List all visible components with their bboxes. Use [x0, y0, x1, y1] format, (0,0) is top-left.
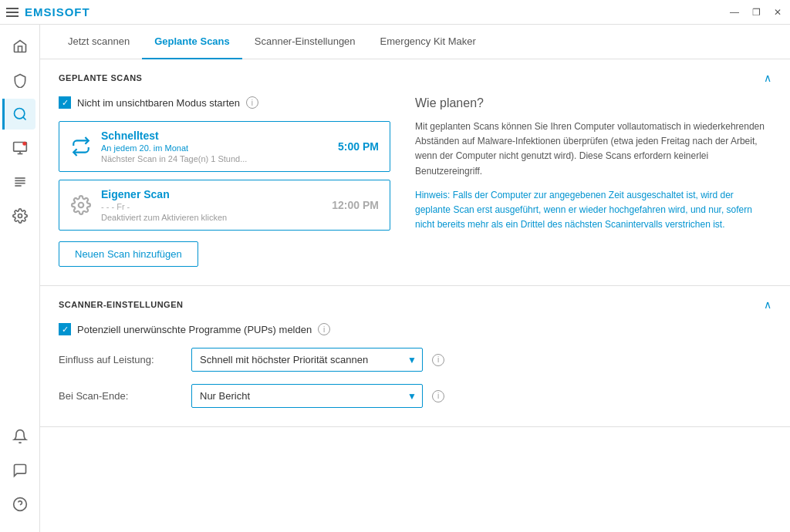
- app-logo: EMSISOFT: [25, 5, 90, 19]
- titlebar-left: EMSISOFT: [6, 5, 90, 19]
- section-scanner-einstellungen: SCANNER-EINSTELLUNGEN ∧ ✓ Potenziell une…: [40, 286, 790, 427]
- sidebar-item-protection[interactable]: [5, 65, 35, 96]
- maximize-button[interactable]: ❐: [750, 7, 762, 18]
- section-geplante-scans-title: GEPLANTE SCANS: [59, 73, 142, 82]
- sidebar-item-logs[interactable]: [5, 167, 35, 197]
- leistung-row: Einfluss auf Leistung: Schnell mit höchs…: [59, 348, 771, 372]
- leistung-select[interactable]: Schnell mit höchster Priorität scannenNo…: [191, 348, 423, 372]
- close-button[interactable]: ✕: [771, 7, 784, 18]
- titlebar-controls: — ❐ ✕: [728, 7, 784, 18]
- svg-line-1: [22, 117, 25, 120]
- pups-checkmark-icon: ✓: [62, 325, 69, 334]
- tab-scanner-einstellungen[interactable]: Scanner-Einstellungen: [242, 25, 368, 59]
- content-scroll[interactable]: GEPLANTE SCANS ∧ ✓ Nicht im unsichtbaren…: [40, 59, 790, 532]
- scan-name-schnelltest: Schnelltest: [101, 130, 329, 142]
- scans-right: Wie planen? Mit geplanten Scans können S…: [415, 96, 771, 267]
- section-geplante-scans-header[interactable]: GEPLANTE SCANS ∧: [40, 59, 790, 96]
- svg-point-13: [79, 203, 84, 208]
- pups-checkbox[interactable]: ✓: [59, 323, 71, 335]
- minimize-button[interactable]: —: [728, 7, 741, 18]
- scan-ende-info-icon[interactable]: i: [432, 390, 444, 402]
- scan-ende-row: Bei Scan-Ende: Nur BerichtNichts tunComp…: [59, 384, 771, 408]
- not-invisible-mode-checkbox[interactable]: ✓: [59, 96, 71, 109]
- scan-ende-select[interactable]: Nur BerichtNichts tunComputer herunterfa…: [191, 384, 423, 408]
- scan-info-schnelltest: Schnelltest An jedem 20. im Monat Nächst…: [101, 130, 329, 163]
- scan-item-schnelltest[interactable]: Schnelltest An jedem 20. im Monat Nächst…: [59, 121, 390, 172]
- svg-point-5: [22, 142, 26, 146]
- pups-info-icon[interactable]: i: [318, 323, 330, 335]
- pups-checkbox-row: ✓ Potenziell unerwünschte Programme (PUP…: [59, 323, 771, 335]
- not-invisible-mode-info-icon[interactable]: i: [246, 96, 258, 109]
- sidebar-item-settings[interactable]: [5, 200, 35, 231]
- scan-time-eigener: 12:00 PM: [332, 199, 379, 211]
- scan-next-schnelltest: Nächster Scan in 24 Tage(n) 1 Stund...: [101, 154, 329, 163]
- how-to-title: Wie planen?: [415, 96, 771, 110]
- not-invisible-mode-label: Nicht im unsichtbaren Modus starten: [77, 97, 240, 109]
- section-scanner-einstellungen-chevron: ∧: [764, 298, 771, 311]
- leistung-info-icon[interactable]: i: [432, 354, 444, 366]
- scan-schedule-eigener: - - - Fr -: [101, 202, 322, 211]
- section-geplante-scans: GEPLANTE SCANS ∧ ✓ Nicht im unsichtbaren…: [40, 59, 790, 286]
- section-scanner-einstellungen-body: ✓ Potenziell unerwünschte Programme (PUP…: [40, 323, 790, 426]
- section-geplante-scans-body: ✓ Nicht im unsichtbaren Modus starten i: [40, 96, 790, 285]
- sidebar-item-scan[interactable]: [2, 99, 35, 130]
- scans-left: ✓ Nicht im unsichtbaren Modus starten i: [59, 96, 390, 267]
- hamburger-menu-icon[interactable]: [6, 8, 19, 17]
- scan-schedule-schnelltest: An jedem 20. im Monat: [101, 143, 329, 153]
- sidebar: [0, 25, 40, 532]
- how-to-note: Hinweis: Falls der Computer zur angegebe…: [415, 188, 771, 233]
- tab-bar: Jetzt scannen Geplante Scans Scanner-Ein…: [40, 25, 790, 59]
- scan-type-icon-schnelltest: [70, 136, 92, 157]
- not-invisible-mode-row: ✓ Nicht im unsichtbaren Modus starten i: [59, 96, 390, 109]
- scan-item-eigener[interactable]: Eigener Scan - - - Fr - Deaktiviert zum …: [59, 180, 390, 231]
- scan-ende-select-wrapper: Nur BerichtNichts tunComputer herunterfa…: [191, 384, 423, 408]
- scans-layout: ✓ Nicht im unsichtbaren Modus starten i: [59, 96, 771, 267]
- sidebar-item-chat[interactable]: [5, 455, 35, 486]
- tab-jetzt-scannen[interactable]: Jetzt scannen: [56, 25, 142, 59]
- svg-point-10: [18, 214, 22, 218]
- scan-time-schnelltest: 5:00 PM: [338, 140, 379, 153]
- scan-ende-label: Bei Scan-Ende:: [59, 390, 182, 402]
- pups-label: Potenziell unerwünschte Programme (PUPs)…: [77, 324, 312, 335]
- section-scanner-einstellungen-title: SCANNER-EINSTELLUNGEN: [59, 300, 183, 309]
- leistung-select-wrapper: Schnell mit höchster Priorität scannenNo…: [191, 348, 423, 372]
- add-scan-button[interactable]: Neuen Scan hinzufügen: [59, 241, 198, 267]
- tab-geplante-scans[interactable]: Geplante Scans: [142, 25, 242, 59]
- app-container: Jetzt scannen Geplante Scans Scanner-Ein…: [0, 25, 790, 532]
- sidebar-item-home[interactable]: [5, 31, 35, 62]
- leistung-label: Einfluss auf Leistung:: [59, 354, 182, 365]
- sidebar-bottom: [5, 421, 35, 526]
- checkmark-icon: ✓: [62, 99, 69, 107]
- tab-emergency-kit-maker[interactable]: Emergency Kit Maker: [368, 25, 488, 59]
- main-content: Jetzt scannen Geplante Scans Scanner-Ein…: [40, 25, 790, 532]
- sidebar-item-notifications[interactable]: [5, 421, 35, 452]
- how-to-text: Mit geplanten Scans können Sie Ihren Com…: [415, 120, 771, 179]
- titlebar: EMSISOFT — ❐ ✕: [0, 0, 790, 25]
- scan-info-eigener: Eigener Scan - - - Fr - Deaktiviert zum …: [101, 188, 322, 222]
- svg-point-0: [14, 109, 24, 119]
- sidebar-item-help[interactable]: [5, 489, 35, 520]
- scan-type-icon-eigener: [70, 194, 92, 216]
- sidebar-item-monitor[interactable]: [5, 133, 35, 163]
- scan-name-eigener: Eigener Scan: [101, 188, 322, 200]
- scan-next-eigener: Deaktiviert zum Aktivieren klicken: [101, 213, 322, 222]
- section-geplante-scans-chevron: ∧: [764, 72, 771, 84]
- section-scanner-einstellungen-header[interactable]: SCANNER-EINSTELLUNGEN ∧: [40, 286, 790, 323]
